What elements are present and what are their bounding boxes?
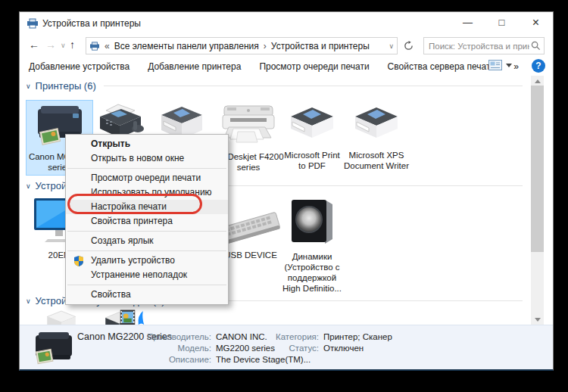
dlna-swoosh	[139, 311, 145, 325]
speaker-icon	[287, 197, 337, 245]
menu-separator	[67, 285, 226, 285]
maximize-button[interactable]: □	[485, 12, 519, 35]
menu-item-create-shortcut[interactable]: Создать ярлык	[66, 234, 228, 248]
breadcrumb-separator[interactable]: ›	[262, 41, 268, 51]
navigation-bar: ← → ∨ ↑ « Все элементы панели управления…	[20, 35, 553, 58]
scroll-down-button[interactable]	[531, 314, 544, 325]
printer-ms-xps-label: Microsoft XPS Document Writer	[335, 150, 418, 171]
menu-separator	[67, 250, 226, 251]
menu-separator	[67, 231, 226, 232]
media-server-icon	[96, 309, 152, 325]
collapse-chevron-icon[interactable]: ∨	[26, 297, 31, 305]
back-icon[interactable]: ←	[29, 39, 39, 51]
description-value: The Device Stage(TM)...	[216, 355, 311, 364]
description-label: Описание:	[132, 355, 211, 364]
scrollbar-thumb[interactable]	[531, 86, 544, 252]
address-dropdown-icon[interactable]: ∨	[389, 42, 394, 50]
ms-xps-printer-icon	[349, 103, 404, 144]
view-options-icon	[488, 60, 502, 70]
scroll-up-icon	[535, 79, 541, 83]
details-pane: Canon MG2200 series Производитель: CANON…	[20, 325, 553, 369]
media-box-icon	[38, 309, 85, 325]
category-value: Принтер; Сканер	[323, 332, 392, 341]
help-button[interactable]: ?	[532, 59, 545, 73]
menu-item-view-print-queue[interactable]: Просмотр очереди печати	[66, 171, 228, 185]
canon-thumbnail-icon	[31, 329, 75, 366]
uac-shield-icon	[73, 256, 84, 266]
printer-ms-xps[interactable]: Microsoft XPS Document Writer	[335, 103, 418, 171]
address-printer-icon	[89, 42, 100, 51]
menu-item-remove-device-label: Удалить устройство	[91, 255, 175, 266]
window-title: Устройства и принтеры	[42, 18, 141, 29]
breadcrumb-prefix: «	[103, 41, 111, 51]
model-label: Модель:	[132, 344, 211, 353]
recent-pages-dropdown-icon[interactable]: ∨	[61, 42, 66, 49]
menu-item-properties[interactable]: Свойства	[66, 288, 228, 302]
section-printers-label: Принтеры (6)	[36, 80, 96, 92]
print-server-properties-command[interactable]: Свойства сервера печати	[388, 61, 496, 72]
collapse-chevron-icon[interactable]: ∨	[26, 182, 31, 190]
scroll-down-icon	[535, 318, 541, 322]
command-overflow-chevron[interactable]: »	[513, 61, 519, 72]
category-label: Категория:	[266, 332, 319, 341]
change-view-button[interactable]	[488, 60, 512, 70]
view-print-queue-command[interactable]: Просмотр очереди печати	[259, 61, 369, 72]
refresh-button[interactable]	[400, 37, 417, 54]
breadcrumb-current[interactable]: Устройства и принтеры	[271, 41, 370, 51]
forward-icon[interactable]: →	[45, 39, 56, 51]
devices-and-printers-window: Устройства и принтеры — □ × ← → ∨ ↑ « Вс…	[19, 11, 554, 371]
menu-item-open-new-window[interactable]: Открыть в новом окне	[66, 151, 228, 166]
refresh-icon	[404, 41, 414, 51]
command-bar: Добавление устройства Добавление принтер…	[20, 58, 553, 76]
device-speakers-label: Динамики (Устройство с поддержкой High D…	[274, 251, 350, 294]
printer-context-menu: Открыть Открыть в новом окне Просмотр оч…	[65, 134, 229, 305]
manufacturer-value: CANON INC.	[216, 332, 267, 341]
menu-item-remove-device[interactable]: Удалить устройство	[66, 254, 228, 268]
search-icon[interactable]	[531, 41, 541, 51]
vertical-scrollbar[interactable]	[531, 76, 544, 325]
title-bar: Устройства и принтеры — □ ×	[20, 12, 553, 35]
view-dropdown-caret-icon[interactable]	[506, 64, 512, 67]
menu-separator	[67, 168, 226, 169]
section-rule	[104, 86, 523, 86]
collapse-chevron-icon[interactable]: ∨	[26, 82, 31, 90]
up-icon[interactable]: ↑	[70, 39, 75, 51]
filmstrip-overlay	[120, 310, 136, 325]
menu-item-set-as-default[interactable]: Использовать по умолчанию	[66, 185, 228, 200]
status-label: Статус:	[266, 344, 319, 353]
section-printers[interactable]: ∨ Принтеры (6)	[26, 80, 523, 92]
window-printer-icon	[27, 18, 39, 29]
add-printer-command[interactable]: Добавление принтера	[148, 61, 241, 72]
breadcrumb-root[interactable]: Все элементы панели управления	[114, 41, 259, 51]
address-bar[interactable]: « Все элементы панели управления › Устро…	[86, 37, 398, 54]
menu-item-printer-properties[interactable]: Свойства принтера	[66, 214, 228, 229]
multimedia-device-2[interactable]	[95, 309, 153, 325]
multimedia-device-1[interactable]	[37, 309, 86, 325]
search-input[interactable]	[427, 41, 531, 51]
manufacturer-label: Производитель:	[132, 332, 211, 341]
close-button[interactable]: ×	[519, 12, 553, 35]
minimize-button[interactable]: —	[451, 12, 485, 35]
search-box[interactable]	[423, 37, 545, 54]
status-value: Отключен	[323, 344, 364, 353]
menu-item-troubleshoot[interactable]: Устранение неполадок	[66, 268, 228, 282]
add-device-command[interactable]: Добавление устройства	[29, 61, 130, 72]
device-speakers[interactable]: Динамики (Устройство с поддержкой High D…	[274, 197, 350, 294]
menu-item-open[interactable]: Открыть	[66, 137, 228, 151]
ms-pdf-printer-icon	[285, 103, 339, 144]
menu-item-printing-preferences[interactable]: Настройка печати	[66, 200, 228, 214]
